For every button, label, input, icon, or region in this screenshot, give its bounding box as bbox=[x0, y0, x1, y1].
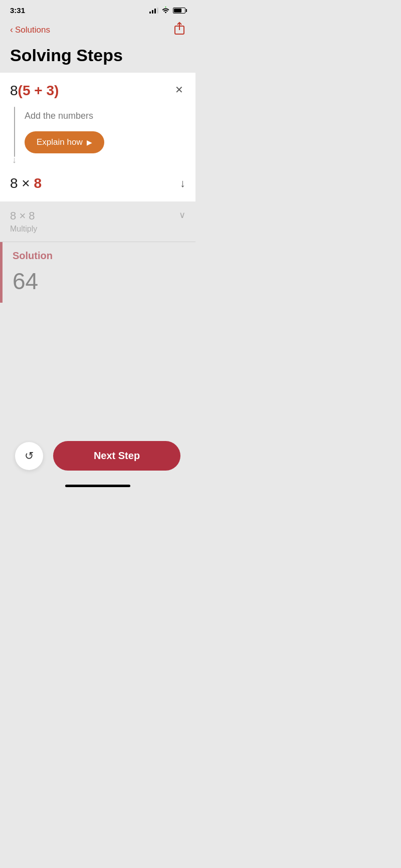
home-bar bbox=[65, 485, 130, 487]
step-arrow-icon: ↓ bbox=[12, 155, 17, 165]
solution-value: 64 bbox=[13, 268, 185, 295]
gray-base: 8 bbox=[10, 209, 16, 222]
svg-point-0 bbox=[165, 7, 166, 8]
solution-label: Solution bbox=[13, 250, 185, 262]
step-detail: ↓ Add the numbers Explain how ▶ bbox=[12, 107, 185, 165]
page-title-section: Solving Steps bbox=[0, 44, 195, 73]
signal-bar-2 bbox=[152, 10, 153, 14]
home-indicator bbox=[0, 481, 195, 495]
status-time: 3:31 bbox=[10, 6, 25, 15]
wifi-icon bbox=[161, 7, 170, 15]
result-value: 8 bbox=[34, 175, 42, 191]
content-area: 8(5 + 3) ✕ ↓ Add the numbers Explain how… bbox=[0, 73, 195, 201]
step-line: ↓ bbox=[12, 107, 17, 165]
step-card: 8(5 + 3) ✕ ↓ Add the numbers Explain how… bbox=[10, 83, 185, 191]
gray-expression: 8 × 8 bbox=[10, 209, 185, 223]
result-base: 8 bbox=[10, 175, 18, 191]
back-label: Solutions bbox=[15, 25, 50, 35]
empty-space bbox=[0, 303, 195, 433]
expression-highlighted: 5 + 3 bbox=[23, 83, 54, 98]
vertical-line bbox=[14, 107, 15, 157]
result-operator-symbol: × bbox=[22, 175, 34, 191]
step-content: Add the numbers Explain how ▶ bbox=[25, 107, 104, 165]
page-title: Solving Steps bbox=[10, 46, 185, 65]
signal-bar-1 bbox=[149, 12, 151, 14]
close-step-button[interactable]: ✕ bbox=[173, 83, 185, 97]
play-icon: ▶ bbox=[87, 138, 92, 146]
gray-operator: × bbox=[19, 209, 29, 222]
battery-icon bbox=[173, 8, 185, 14]
step-description: Add the numbers bbox=[25, 111, 104, 121]
step-header: 8(5 + 3) ✕ bbox=[10, 83, 185, 99]
gray-value: 8 bbox=[29, 209, 35, 222]
share-button[interactable] bbox=[173, 22, 185, 38]
battery-fill bbox=[174, 9, 181, 13]
expression-prefix: 8 bbox=[10, 83, 18, 98]
back-chevron-icon: ‹ bbox=[10, 25, 13, 35]
signal-bar-3 bbox=[154, 9, 156, 14]
signal-bars-icon bbox=[149, 8, 158, 14]
step1-expression: 8(5 + 3) bbox=[10, 83, 59, 99]
result-row: 8 × 8 ↓ bbox=[10, 171, 185, 191]
bottom-bar: ↺ Next Step bbox=[0, 433, 195, 481]
signal-bar-4 bbox=[157, 8, 158, 14]
next-step-button[interactable]: Next Step bbox=[53, 441, 180, 471]
status-icons bbox=[149, 7, 185, 15]
undo-back-button[interactable]: ↺ bbox=[15, 442, 43, 470]
gray-section-header: ∨ 8 × 8 Multiply bbox=[10, 209, 185, 234]
undo-icon: ↺ bbox=[25, 450, 34, 463]
solution-section: Solution 64 bbox=[0, 242, 195, 303]
explain-label: Explain how bbox=[37, 137, 83, 147]
result-expression: 8 × 8 bbox=[10, 175, 42, 191]
explain-how-button[interactable]: Explain how ▶ bbox=[25, 131, 104, 153]
back-button[interactable]: ‹ Solutions bbox=[10, 25, 50, 35]
expand-down-button[interactable]: ↓ bbox=[180, 177, 185, 190]
expression-open: ( bbox=[18, 83, 23, 98]
nav-bar: ‹ Solutions bbox=[0, 18, 195, 44]
expand-chevron-icon[interactable]: ∨ bbox=[179, 209, 185, 221]
status-bar: 3:31 bbox=[0, 0, 195, 18]
gray-step-label: Multiply bbox=[10, 225, 185, 234]
expression-close: ) bbox=[54, 83, 59, 98]
gray-step-section[interactable]: ∨ 8 × 8 Multiply bbox=[0, 201, 195, 242]
